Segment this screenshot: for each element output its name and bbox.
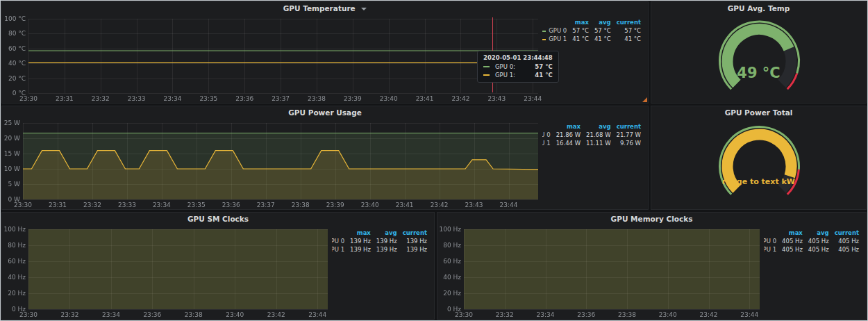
- panel-header[interactable]: GPU SM Clocks: [2, 213, 434, 225]
- memory-clocks-chart[interactable]: [437, 225, 764, 319]
- power-usage-chart[interactable]: [2, 119, 542, 209]
- legend-row: GPU 1139 Hz139 Hz139 Hz: [332, 245, 430, 254]
- avg-temp-gauge: 49 °C: [651, 15, 866, 103]
- legend-stat-value: 139 Hz: [374, 237, 400, 245]
- legend-stat-value: 139 Hz: [400, 237, 430, 245]
- panel-resize-handle[interactable]: [642, 97, 647, 102]
- legend-series-toggle[interactable]: GPU 1: [764, 245, 779, 254]
- legend-table: maxavgcurrentGPU 021.86 W21.68 W21.77 WG…: [542, 122, 644, 147]
- chart-tooltip: 2020-05-01 23:44:48 GPU 0:57 °CGPU 1:41 …: [477, 51, 559, 83]
- series-color-swatch: [483, 74, 490, 76]
- series-color-swatch: [483, 66, 490, 67]
- legend-row: GPU 1405 Hz405 Hz405 Hz: [764, 245, 862, 254]
- power-usage-legend: maxavgcurrentGPU 021.86 W21.68 W21.77 WG…: [542, 119, 648, 209]
- tooltip-row: GPU 0:57 °C: [483, 63, 553, 71]
- legend-series-toggle[interactable]: GPU 0: [332, 237, 347, 245]
- legend-series-toggle[interactable]: GPU 1: [542, 139, 553, 147]
- legend-stat-value: 139 Hz: [347, 245, 374, 254]
- panel-gpu-power-usage: GPU Power Usage maxavgcurrentGPU 021.86 …: [1, 106, 649, 210]
- legend-column-header[interactable]: max: [347, 229, 374, 237]
- legend-stat-value: 405 Hz: [779, 245, 806, 254]
- legend-stat-value: 405 Hz: [832, 245, 862, 254]
- legend-row: GPU 116.44 W11.11 W9.76 W: [542, 139, 644, 147]
- sm-clocks-legend: maxavgcurrentGPU 0139 Hz139 Hz139 HzGPU …: [332, 225, 434, 319]
- grafana-dashboard: GPU Temperature maxavgcurrentGPU 057 °C5…: [0, 0, 868, 321]
- legend-table: maxavgcurrentGPU 0139 Hz139 Hz139 HzGPU …: [332, 229, 430, 254]
- legend-stat-value: 405 Hz: [806, 245, 832, 254]
- legend-stat-value: 9.76 W: [614, 139, 644, 147]
- legend-stat-value: 139 Hz: [374, 245, 400, 254]
- sm-clocks-chart[interactable]: [2, 225, 332, 319]
- gauge-arc: [651, 15, 867, 102]
- tooltip-rows: GPU 0:57 °CGPU 1:41 °C: [483, 63, 553, 79]
- panel-gpu-temperature: GPU Temperature maxavgcurrentGPU 057 °C5…: [1, 1, 649, 104]
- panel-title-text: GPU Temperature: [283, 4, 356, 13]
- panel-gpu-memory-clocks: GPU Memory Clocks maxavgcurrentGPU 0405 …: [437, 212, 867, 320]
- legend-stat-value: 405 Hz: [779, 237, 806, 245]
- legend-column-header[interactable]: avg: [374, 229, 400, 237]
- legend-header-row: maxavgcurrent: [542, 18, 644, 26]
- panel-title-text: GPU Power Total: [725, 108, 793, 117]
- tooltip-series-value: 57 °C: [535, 63, 552, 71]
- legend-table: maxavgcurrentGPU 057 °C57 °C57 °CGPU 141…: [542, 18, 644, 43]
- legend-header-row: maxavgcurrent: [764, 229, 862, 237]
- legend-column-header[interactable]: current: [614, 122, 644, 131]
- panel-gpu-power-total: GPU Power Total range to text kW: [651, 106, 867, 210]
- legend-column-header[interactable]: current: [832, 229, 862, 237]
- gauge-value: 49 °C: [651, 65, 866, 81]
- gauge-arc: [651, 119, 867, 208]
- legend-stat-value: 11.11 W: [583, 139, 613, 147]
- panel-header[interactable]: GPU Temperature: [2, 2, 648, 15]
- legend-stat-value: 405 Hz: [832, 237, 862, 245]
- legend-row: GPU 057 °C57 °C57 °C: [542, 26, 644, 35]
- tooltip-timestamp: 2020-05-01 23:44:48: [483, 54, 553, 61]
- legend-stat-value: 16.44 W: [553, 139, 583, 147]
- chevron-down-icon[interactable]: [361, 8, 367, 10]
- panel-gpu-avg-temp: GPU Avg. Temp 49 °C: [651, 1, 867, 104]
- panel-header[interactable]: GPU Memory Clocks: [437, 213, 866, 225]
- legend-column-header[interactable]: max: [779, 229, 806, 237]
- legend-table: maxavgcurrentGPU 0405 Hz405 Hz405 HzGPU …: [764, 229, 862, 254]
- legend-header-row: maxavgcurrent: [332, 229, 430, 237]
- panel-title-text: GPU Power Usage: [288, 108, 362, 117]
- panel-title-text: GPU SM Clocks: [187, 215, 249, 223]
- tooltip-series-name: GPU 0:: [495, 63, 515, 71]
- legend-header-row: maxavgcurrent: [542, 122, 644, 131]
- panel-header[interactable]: GPU Avg. Temp: [651, 2, 866, 15]
- temperature-chart[interactable]: [2, 15, 542, 103]
- legend-series-toggle[interactable]: GPU 1: [542, 35, 569, 43]
- legend-column-header[interactable]: current: [400, 229, 430, 237]
- panel-title-text: GPU Memory Clocks: [611, 215, 693, 223]
- legend-series-toggle[interactable]: GPU 0: [764, 237, 779, 245]
- legend-row: GPU 021.86 W21.68 W21.77 W: [542, 131, 644, 139]
- legend-stat-value: 57 °C: [592, 26, 614, 35]
- legend-row: GPU 141 °C41 °C41 °C: [542, 35, 644, 43]
- legend-column-header[interactable]: max: [569, 18, 592, 26]
- legend-row: GPU 0405 Hz405 Hz405 Hz: [764, 237, 862, 245]
- legend-series-toggle[interactable]: GPU 0: [542, 131, 553, 139]
- legend-stat-value: 41 °C: [569, 35, 592, 43]
- tooltip-series-name: GPU 1:: [495, 71, 515, 79]
- legend-stat-value: 139 Hz: [400, 245, 430, 254]
- legend-column-header[interactable]: max: [553, 122, 583, 131]
- legend-column-header[interactable]: avg: [806, 229, 832, 237]
- legend-stat-value: 41 °C: [614, 35, 644, 43]
- legend-series-toggle[interactable]: GPU 0: [542, 26, 569, 35]
- tooltip-row: GPU 1:41 °C: [483, 71, 553, 79]
- memory-clocks-legend: maxavgcurrentGPU 0405 Hz405 Hz405 HzGPU …: [764, 225, 866, 319]
- legend-stat-value: 21.77 W: [614, 131, 644, 139]
- legend-column-header[interactable]: avg: [592, 18, 614, 26]
- panel-title-text: GPU Avg. Temp: [728, 4, 790, 13]
- legend-row: GPU 0139 Hz139 Hz139 Hz: [332, 237, 430, 245]
- legend-series-toggle[interactable]: GPU 1: [332, 245, 347, 254]
- panel-header[interactable]: GPU Power Total: [651, 106, 866, 119]
- panel-gpu-sm-clocks: GPU SM Clocks maxavgcurrentGPU 0139 Hz13…: [1, 212, 435, 320]
- series-color-swatch: [542, 39, 546, 40]
- legend-column-header[interactable]: avg: [583, 122, 613, 131]
- legend-column-header[interactable]: current: [614, 18, 644, 26]
- legend-stat-value: 21.68 W: [583, 131, 613, 139]
- legend-stat-value: 57 °C: [614, 26, 644, 35]
- legend-stat-value: 139 Hz: [347, 237, 374, 245]
- panel-header[interactable]: GPU Power Usage: [2, 106, 648, 119]
- tooltip-series-value: 41 °C: [535, 71, 552, 79]
